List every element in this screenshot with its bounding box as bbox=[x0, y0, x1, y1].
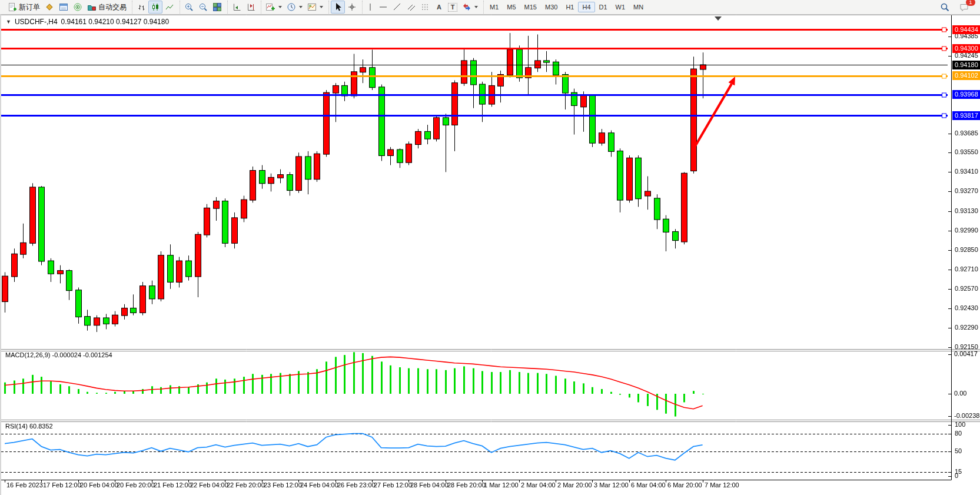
arrows-shapes-icon bbox=[462, 2, 471, 12]
date-axis-label: 22 Feb 04:00 bbox=[190, 481, 228, 489]
chart-title-dropdown-icon[interactable]: ▼ bbox=[6, 19, 11, 25]
data-window-icon bbox=[59, 2, 68, 12]
crosshair-icon bbox=[347, 2, 357, 12]
macd-axis-label: -0.002387 bbox=[954, 412, 980, 419]
indicators-dropdown-caret bbox=[278, 6, 282, 8]
timeframe-button-w1[interactable]: W1 bbox=[612, 2, 630, 12]
template-button[interactable] bbox=[305, 1, 325, 14]
search-icon bbox=[940, 2, 950, 12]
horizontal-line-tool-button[interactable] bbox=[376, 1, 390, 14]
autotrade-icon bbox=[87, 2, 97, 12]
fibonacci-tool-button[interactable] bbox=[418, 1, 433, 14]
timeframe-button-m1[interactable]: M1 bbox=[486, 2, 503, 12]
periods-button[interactable] bbox=[284, 1, 305, 14]
chart-shift-icon bbox=[246, 2, 255, 12]
date-axis-label: 21 Feb 12:00 bbox=[154, 481, 192, 489]
tile-windows-icon bbox=[212, 2, 222, 12]
price-axis-label: 0.92570 bbox=[955, 285, 978, 292]
timeframe-toolbar: M1M5M15M30H1H4D1W1MN bbox=[483, 1, 649, 14]
rsi-axis-label: 80 bbox=[955, 430, 962, 437]
chart-shift-button[interactable] bbox=[244, 1, 258, 14]
timeframe-button-d1[interactable]: D1 bbox=[595, 2, 612, 12]
chart-window: ▼ USDCHF-,H4 0.94161 0.94210 0.94127 0.9… bbox=[0, 15, 980, 495]
price-level-badge: 0.94180 bbox=[952, 61, 980, 69]
price-axis-label: 0.93270 bbox=[955, 187, 978, 194]
vertical-line-tool-button[interactable] bbox=[364, 1, 376, 14]
macd-pane-label: MACD(12,26,9) -0.000024 -0.001254 bbox=[5, 351, 112, 358]
rsi-pane-label: RSI(14) 60.8352 bbox=[5, 423, 53, 430]
equidistant-channel-icon bbox=[407, 2, 416, 12]
date-axis-label: 28 Feb 20:00 bbox=[447, 481, 486, 489]
trading-platform-window: 新订单 自动交易 bbox=[0, 0, 980, 495]
zoom-out-button[interactable] bbox=[196, 1, 210, 14]
gold-diamond-icon bbox=[45, 2, 54, 12]
price-axis-label: 0.93410 bbox=[955, 168, 978, 175]
indicators-button[interactable] bbox=[263, 1, 284, 14]
shapes-dropdown-caret bbox=[474, 6, 478, 8]
timeframe-button-mn[interactable]: MN bbox=[629, 2, 647, 12]
channel-tool-button[interactable] bbox=[404, 1, 418, 14]
template-icon bbox=[307, 2, 317, 12]
shapes-tool-button[interactable] bbox=[460, 1, 480, 14]
autotrade-button[interactable]: 自动交易 bbox=[85, 1, 129, 14]
main-toolbar: 新订单 自动交易 bbox=[0, 0, 980, 15]
tile-windows-button[interactable] bbox=[210, 1, 224, 14]
price-level-badge: 0.93968 bbox=[952, 90, 980, 99]
date-axis-label: 24 Feb 04:00 bbox=[300, 481, 338, 489]
date-axis-label: 3 Mar 12:00 bbox=[594, 481, 629, 489]
zoom-in-button[interactable] bbox=[182, 1, 196, 14]
market-watch-button[interactable] bbox=[42, 1, 57, 14]
timeframe-button-h1[interactable]: H1 bbox=[562, 2, 578, 12]
bar-chart-icon bbox=[137, 2, 146, 12]
trendline-icon bbox=[393, 2, 402, 12]
timeframe-button-h4[interactable]: H4 bbox=[578, 2, 594, 12]
timeframe-button-m15[interactable]: M15 bbox=[520, 2, 541, 12]
new-order-button[interactable]: 新订单 bbox=[5, 1, 42, 14]
line-chart-button[interactable] bbox=[162, 1, 177, 14]
signals-button[interactable] bbox=[71, 1, 85, 14]
price-axis-label: 0.92710 bbox=[955, 265, 978, 273]
cursor-tool-button[interactable] bbox=[331, 1, 345, 14]
text-tool-button[interactable]: A bbox=[433, 1, 446, 14]
horizontal-line-icon bbox=[378, 2, 388, 12]
price-axis-label: 0.92150 bbox=[955, 343, 978, 350]
fibonacci-icon bbox=[421, 2, 430, 12]
chart-title: ▼ USDCHF-,H4 0.94161 0.94210 0.94127 0.9… bbox=[6, 18, 169, 26]
rsi-axis-label: 100 bbox=[955, 421, 965, 428]
search-button[interactable] bbox=[938, 1, 952, 14]
timeframe-button-m5[interactable]: M5 bbox=[503, 2, 520, 12]
date-axis-label: 16 Feb 2023 bbox=[6, 481, 43, 489]
price-level-badge: 0.94434 bbox=[952, 25, 980, 34]
date-axis-label: 26 Feb 23:00 bbox=[337, 481, 376, 489]
chart-ohlc-readout: 0.94161 0.94210 0.94127 0.94180 bbox=[61, 18, 170, 26]
indicators-icon bbox=[265, 2, 275, 12]
signal-sonar-icon bbox=[73, 2, 82, 12]
chart-symbol-period: USDCHF-,H4 bbox=[15, 18, 58, 26]
date-axis-label: 2 Mar 20:00 bbox=[557, 481, 592, 489]
timeframe-button-m30[interactable]: M30 bbox=[541, 2, 562, 12]
new-order-label: 新订单 bbox=[19, 2, 40, 12]
date-axis-label: 1 Mar 12:00 bbox=[484, 481, 519, 489]
price-axis-label: 0.94245 bbox=[955, 52, 978, 59]
bar-chart-button[interactable] bbox=[134, 1, 148, 14]
trendline-tool-button[interactable] bbox=[390, 1, 404, 14]
date-axis-label: 20 Feb 20:00 bbox=[117, 481, 155, 489]
chat-button[interactable]: 1 bbox=[957, 1, 972, 14]
label-tool-button[interactable]: T bbox=[446, 1, 460, 14]
rsi-axis-label: 50 bbox=[955, 447, 962, 454]
template-dropdown-caret bbox=[320, 6, 323, 8]
crosshair-tool-button[interactable] bbox=[345, 1, 359, 14]
chart-plot-canvas[interactable] bbox=[1, 15, 980, 495]
price-axis-label: 0.92850 bbox=[955, 246, 978, 253]
candlestick-chart-button[interactable] bbox=[148, 1, 162, 14]
autotrade-label: 自动交易 bbox=[98, 2, 127, 12]
text-tool-icon: A bbox=[435, 4, 443, 11]
data-window-button[interactable] bbox=[57, 1, 71, 14]
auto-scroll-button[interactable] bbox=[230, 1, 244, 14]
candlestick-chart-icon bbox=[151, 2, 160, 12]
price-axis-label: 0.92430 bbox=[955, 304, 978, 311]
price-level-badge: 0.93817 bbox=[952, 111, 980, 120]
date-axis-label: 2 Mar 04:00 bbox=[521, 481, 556, 489]
price-level-badge: 0.94300 bbox=[952, 44, 980, 53]
rsi-axis-label: 0 bbox=[955, 472, 958, 479]
